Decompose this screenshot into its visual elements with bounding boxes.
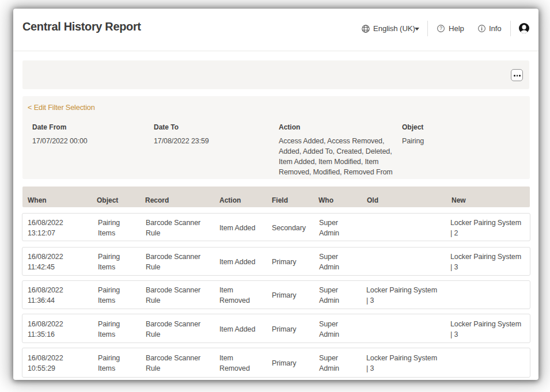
svg-text:?: ? [439,25,442,31]
